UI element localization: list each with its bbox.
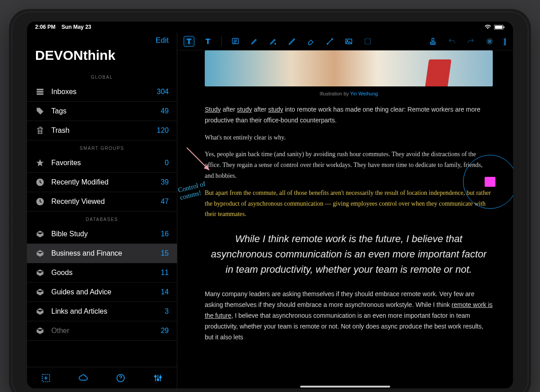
sticky-note-icon[interactable] xyxy=(485,177,495,187)
paragraph-3: Yes, people gain back time (and sanity) … xyxy=(205,149,493,181)
section-header-databases: DATABASES xyxy=(27,212,177,225)
item-count: 304 xyxy=(157,88,169,96)
help-button[interactable] xyxy=(114,372,127,384)
annotation-selection-circle[interactable] xyxy=(463,155,513,209)
status-date: Sun May 23 xyxy=(62,24,91,30)
paragraph-highlighted: But apart from the commute, all of those… xyxy=(205,188,493,220)
edit-button[interactable]: Edit xyxy=(156,36,169,45)
svg-point-13 xyxy=(332,38,333,39)
pane-drag-handle[interactable]: ‖ xyxy=(503,37,507,45)
annotation-arrow[interactable] xyxy=(183,144,215,176)
item-label: Other xyxy=(51,327,161,335)
sidebar-item-bible-study[interactable]: Bible Study 16 xyxy=(27,225,177,244)
database-icon xyxy=(35,268,45,278)
sidebar-item-guides[interactable]: Guides and Advice 14 xyxy=(27,283,177,302)
hero-illustration xyxy=(205,50,493,86)
ipad-device-frame: 2:06 PM Sun May 23 •• Edit DEVONthink GL… xyxy=(9,9,531,392)
selection-tool-icon[interactable] xyxy=(362,36,373,47)
item-count: 16 xyxy=(161,230,169,238)
item-label: Tags xyxy=(51,107,161,115)
pen-tool-icon[interactable] xyxy=(287,36,297,47)
close-annotation-icon[interactable] xyxy=(484,36,495,47)
svg-rect-16 xyxy=(365,39,370,44)
document-viewport[interactable]: Illustration by Yin Weihung Study after … xyxy=(177,50,513,388)
status-bar: 2:06 PM Sun May 23 xyxy=(27,22,513,32)
svg-point-9 xyxy=(160,376,162,378)
sidebar-item-recently-modified[interactable]: Recently Modified 39 xyxy=(27,173,177,192)
wifi-icon xyxy=(484,24,491,30)
item-count: 0 xyxy=(165,159,169,167)
tag-icon xyxy=(35,106,45,116)
item-label: Bible Study xyxy=(51,230,161,238)
text-tool-icon[interactable] xyxy=(202,36,213,47)
undo-icon[interactable] xyxy=(446,36,457,47)
sidebar: •• Edit DEVONthink GLOBAL Inboxes 304 Ta… xyxy=(27,32,177,388)
svg-rect-1 xyxy=(495,25,503,28)
database-icon xyxy=(35,229,45,239)
sidebar-item-inboxes[interactable]: Inboxes 304 xyxy=(27,82,177,102)
item-count: 14 xyxy=(161,288,169,296)
sidebar-toolbar xyxy=(27,367,177,388)
highlight-tool-icon[interactable] xyxy=(249,36,260,47)
underline-tool-icon[interactable] xyxy=(268,36,279,47)
item-label: Recently Modified xyxy=(51,178,161,186)
separator xyxy=(221,36,222,46)
item-label: Goods xyxy=(51,269,161,277)
item-count: 11 xyxy=(161,269,169,277)
sidebar-item-trash[interactable]: Trash 120 xyxy=(27,121,177,140)
section-header-smart: SMART GROUPS xyxy=(27,140,177,153)
device-side-buttons xyxy=(8,197,9,247)
sidebar-item-tags[interactable]: Tags 49 xyxy=(27,102,177,121)
status-left: 2:06 PM Sun May 23 xyxy=(35,24,91,30)
battery-icon xyxy=(494,25,505,30)
svg-point-7 xyxy=(155,375,157,377)
pullquote: While I think remote work is the future,… xyxy=(208,231,489,277)
annotation-handwriting[interactable]: Control of comms! xyxy=(177,180,208,201)
database-icon xyxy=(35,248,45,258)
inbox-icon xyxy=(35,87,45,97)
item-label: Guides and Advice xyxy=(51,288,161,296)
item-count: 3 xyxy=(165,307,169,315)
svg-point-12 xyxy=(327,43,328,44)
cloud-button[interactable] xyxy=(77,372,90,384)
database-icon xyxy=(35,287,45,297)
item-label: Business and Finance xyxy=(51,249,161,257)
item-count: 39 xyxy=(161,178,169,186)
paragraph-2: What's not entirely clear is why. xyxy=(205,132,493,143)
sidebar-item-favorites[interactable]: Favorites 0 xyxy=(27,153,177,173)
item-label: Links and Articles xyxy=(51,307,165,315)
text-select-tool-icon[interactable] xyxy=(184,36,194,47)
sidebar-header: Edit xyxy=(27,32,177,48)
document-pane: ‖ Illustration by Yin Weihung Study afte… xyxy=(177,32,513,388)
line-tool-icon[interactable] xyxy=(324,36,335,47)
image-tool-icon[interactable] xyxy=(343,36,354,47)
sidebar-list[interactable]: GLOBAL Inboxes 304 Tags 49 Trash 1 xyxy=(27,69,177,367)
sidebar-item-links[interactable]: Links and Articles 3 xyxy=(27,302,177,321)
settings-button[interactable] xyxy=(152,372,164,384)
status-right xyxy=(484,24,505,30)
star-icon xyxy=(35,158,45,168)
section-header-global: GLOBAL xyxy=(27,69,177,82)
item-label: Recently Viewed xyxy=(51,198,161,206)
item-count: 29 xyxy=(161,327,169,335)
sidebar-item-other[interactable]: Other 29 xyxy=(27,321,177,341)
item-count: 15 xyxy=(161,249,169,257)
caption-prefix: Illustration by xyxy=(320,91,350,96)
item-label: Inboxes xyxy=(51,88,157,96)
database-icon xyxy=(35,306,45,316)
paragraph-4: Many company leaders are asking themselv… xyxy=(205,289,493,342)
redo-icon[interactable] xyxy=(465,36,476,47)
home-indicator[interactable] xyxy=(300,386,390,387)
caption-link[interactable]: Yin Weihung xyxy=(350,91,378,96)
add-button[interactable] xyxy=(40,372,52,384)
eraser-tool-icon[interactable] xyxy=(306,36,316,47)
svg-rect-2 xyxy=(504,26,504,28)
status-time: 2:06 PM xyxy=(35,24,55,30)
note-tool-icon[interactable] xyxy=(230,36,241,47)
item-count: 49 xyxy=(161,107,169,115)
sidebar-item-business-finance[interactable]: Business and Finance 15 xyxy=(27,244,177,263)
sidebar-item-recently-viewed[interactable]: Recently Viewed 47 xyxy=(27,192,177,212)
sidebar-item-goods[interactable]: Goods 11 xyxy=(27,263,177,283)
item-count: 47 xyxy=(161,198,169,206)
stamp-tool-icon[interactable] xyxy=(428,36,438,47)
